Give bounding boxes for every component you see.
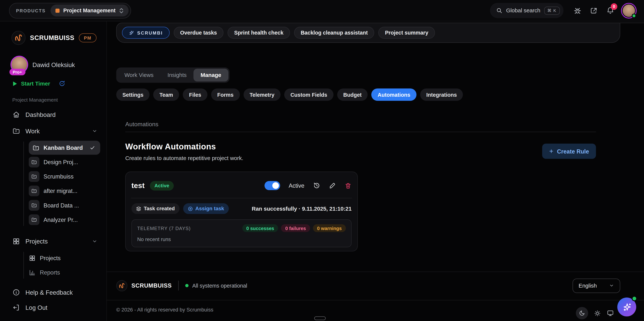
sidebar-subitem-analyzer[interactable]: Analyzer Pr... <box>29 213 106 227</box>
brand-name: SCRUMBUISS <box>30 34 74 42</box>
scrumbi-assistant-button[interactable]: SCRUMBI <box>122 27 170 39</box>
theme-switcher <box>576 307 614 319</box>
subtab-integrations[interactable]: Integrations <box>420 89 463 101</box>
search-icon <box>496 8 502 14</box>
light-theme-button[interactable] <box>594 310 601 316</box>
start-timer-button[interactable]: Start Timer <box>21 80 50 87</box>
user-name: Dawid Oleksiuk <box>32 61 75 68</box>
create-rule-button[interactable]: + Create Rule <box>542 144 596 159</box>
delete-rule-icon[interactable] <box>345 182 352 189</box>
successes-badge: 0 successes <box>242 224 278 232</box>
work-sublist: Kanban Board Design Proj... Scrumbuis <box>0 141 106 227</box>
product-switcher-button[interactable]: Project Management <box>50 5 128 17</box>
subtab-telemetry[interactable]: Telemetry <box>244 89 280 101</box>
brand-row[interactable]: SCRUMBUISS PM <box>0 31 106 45</box>
sidebar-item-log-out[interactable]: Log Out <box>0 300 106 315</box>
sync-timer-icon[interactable] <box>59 80 65 87</box>
play-icon <box>13 81 17 86</box>
system-theme-button[interactable] <box>607 309 614 317</box>
subtab-automations[interactable]: Automations <box>372 89 416 101</box>
subitem-label: Projects <box>40 255 60 261</box>
tree-line <box>24 252 24 279</box>
system-status-text: All systems operational <box>192 282 247 289</box>
product-switcher-label: Project Management <box>63 8 116 14</box>
chevron-down-icon <box>92 238 98 244</box>
nav-section-label: Project Management <box>12 97 106 103</box>
subitem-label: after migrat... <box>44 188 78 194</box>
sidebar-subitem-projects[interactable]: Projects <box>29 251 106 265</box>
rule-active-toggle[interactable] <box>264 181 280 190</box>
footer-divider <box>107 271 644 272</box>
sidebar-subitem-kanban-board[interactable]: Kanban Board <box>29 141 100 155</box>
subtab-files[interactable]: Files <box>183 89 207 101</box>
app-root: PRODUCTS Project Management Global searc… <box>0 0 644 321</box>
user-row[interactable]: Pro+ Dawid Oleksiuk <box>0 55 106 74</box>
edit-rule-icon[interactable] <box>329 182 336 189</box>
sidebar-item-label: Log Out <box>26 304 48 311</box>
subtab-budget[interactable]: Budget <box>337 89 368 101</box>
subitem-label: Analyzer Pr... <box>44 216 78 223</box>
tab-insights[interactable]: Insights <box>160 69 194 81</box>
last-run-status: Ran successfully · 9.11.2025, 21:10:21 <box>252 206 352 212</box>
action-chip[interactable]: Assign task <box>183 203 229 214</box>
sparkles-icon <box>128 30 134 36</box>
home-icon <box>12 111 20 118</box>
subtab-settings[interactable]: Settings <box>116 89 150 101</box>
suggestion-overdue-tasks[interactable]: Overdue tasks <box>174 27 224 39</box>
notifications-button[interactable]: 0 <box>606 6 614 15</box>
sidebar-item-help-feedback[interactable]: Help & Feedback <box>0 285 106 300</box>
panel-edge-line <box>620 23 644 23</box>
sidebar-subitem-design-proj[interactable]: Design Proj... <box>29 155 106 169</box>
sidebar-subitem-scrumbuiss[interactable]: Scrumbuiss <box>29 170 106 184</box>
sidebar-item-projects[interactable]: Projects <box>0 233 106 249</box>
create-rule-label: Create Rule <box>557 148 589 154</box>
language-select[interactable]: English <box>572 278 620 293</box>
products-switcher-group: PRODUCTS Project Management <box>9 3 131 18</box>
page-title: Workflow Automations <box>125 142 596 151</box>
sidebar-item-work[interactable]: Work <box>0 123 106 139</box>
language-value: English <box>578 282 597 289</box>
sidebar-subitem-board-data[interactable]: Board Data ... <box>29 198 106 212</box>
automation-rule-card: test Active Active <box>125 172 358 251</box>
copyright-text: © 2026 - All rights reserved by Scrumbui… <box>116 307 214 313</box>
tab-manage[interactable]: Manage <box>194 69 228 81</box>
subitem-label: Reports <box>40 269 60 276</box>
footer-logo-icon <box>116 280 127 291</box>
tab-work-views[interactable]: Work Views <box>118 69 160 81</box>
manage-subtabs: Settings Team Files Forms Telemetry Cust… <box>116 89 463 101</box>
subtab-custom-fields[interactable]: Custom Fields <box>284 89 333 101</box>
sidebar-subitem-reports[interactable]: Reports <box>29 265 106 279</box>
check-icon <box>90 145 95 151</box>
action-chip-label: Assign task <box>195 206 224 212</box>
footer-bottom-divider <box>107 300 644 300</box>
sidebar-item-label: Dashboard <box>26 111 56 118</box>
chevron-down-icon <box>609 283 614 288</box>
share-feedback-button[interactable] <box>590 6 598 15</box>
run-history-icon[interactable] <box>313 182 320 189</box>
subitem-label: Scrumbuiss <box>44 173 74 180</box>
global-search-button[interactable]: Global search ⌘ K <box>490 3 564 18</box>
bar-chart-icon <box>29 269 36 276</box>
subtab-team[interactable]: Team <box>154 89 179 101</box>
sidebar-item-dashboard[interactable]: Dashboard <box>0 106 106 123</box>
trigger-chip[interactable]: Task created <box>132 203 179 214</box>
grid-icon <box>12 237 20 245</box>
suggestion-sprint-health-check[interactable]: Sprint health check <box>228 27 290 39</box>
suggestion-project-summary[interactable]: Project summary <box>378 27 435 39</box>
subtab-forms[interactable]: Forms <box>211 89 240 101</box>
folder-icon <box>32 144 39 151</box>
rule-controls: Active <box>264 181 352 190</box>
sidebar-subitem-after-migrat[interactable]: after migrat... <box>29 184 106 198</box>
page-heading-row: Workflow Automations Create rules to aut… <box>125 142 596 161</box>
assistant-fab[interactable] <box>617 297 636 316</box>
user-avatar[interactable] <box>623 4 635 17</box>
info-icon <box>12 288 20 296</box>
grid-icon <box>29 255 36 261</box>
suggestion-backlog-cleanup[interactable]: Backlog cleanup assistant <box>294 27 374 39</box>
footer-vertical-divider <box>178 281 179 290</box>
scrumbuiss-logo-icon <box>12 31 26 45</box>
topbar-actions: Global search ⌘ K 0 <box>490 3 635 18</box>
horizontal-scrollbar-thumb[interactable] <box>314 316 326 320</box>
dark-theme-button[interactable] <box>576 307 588 319</box>
bug-report-button[interactable] <box>573 6 582 15</box>
